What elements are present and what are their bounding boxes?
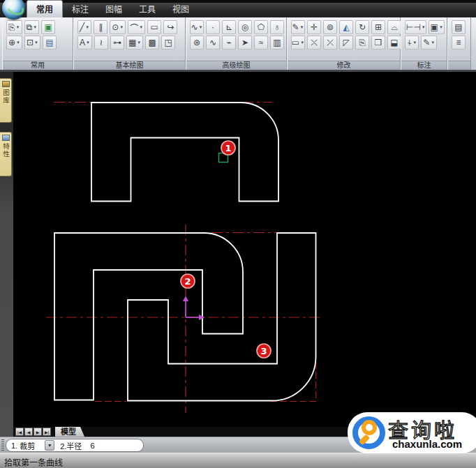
ribbon-group-label: 基本绘图 bbox=[74, 61, 185, 70]
insert-image-icon[interactable]: ⊡▼ bbox=[24, 36, 40, 50]
parallel-line-icon[interactable]: ∥ bbox=[94, 20, 107, 34]
last-sheet-button[interactable]: ▶| bbox=[43, 428, 51, 436]
step-badge-1: 1 bbox=[221, 141, 235, 155]
option2-radius-value[interactable]: 6 bbox=[90, 441, 94, 450]
lower-right-spiral-outline[interactable] bbox=[128, 233, 316, 401]
paste-icon[interactable]: ⎘▼ bbox=[6, 20, 22, 34]
dim-edit-icon[interactable]: ✎▼ bbox=[421, 36, 437, 50]
sheet-icon[interactable]: ▤ bbox=[452, 20, 466, 34]
ribbon-group-label: 常用 bbox=[3, 61, 73, 70]
copy-object-icon[interactable]: ⊚ bbox=[323, 20, 337, 34]
ribbon-tab-1[interactable]: 标注 bbox=[64, 1, 96, 17]
line-icon[interactable]: ╱▼ bbox=[77, 20, 91, 34]
sidebar-tab-properties[interactable]: 特性 bbox=[0, 132, 12, 176]
ribbon-tab-bar: 常用标注图幅工具视图 bbox=[0, 0, 476, 17]
model-tab[interactable]: 模型 bbox=[55, 427, 84, 437]
circle-icon[interactable]: ⊙▼ bbox=[110, 20, 126, 34]
ribbon: ⎘▼⧉▼▣⊕▼⊡▼▤常用╱▼∥⊙▼⌒▼▭↪A▼≀⊶▦▼▩◳基本绘图∿▼·⊾◎⬠♁… bbox=[0, 17, 476, 70]
ribbon-group: ▤≡ bbox=[447, 17, 471, 70]
point-icon[interactable]: · bbox=[206, 20, 220, 34]
revision-cloud-icon[interactable]: ⌓ bbox=[387, 20, 401, 34]
explode-icon[interactable]: ❒ bbox=[371, 36, 385, 50]
option1-trim-value[interactable]: 裁剪 bbox=[20, 440, 35, 451]
svg-text:2: 2 bbox=[184, 276, 191, 287]
sidebar-tab-library[interactable]: 图库 bbox=[0, 78, 12, 123]
rotate-icon[interactable]: ↻ bbox=[355, 20, 369, 34]
ribbon-tabs: 常用标注图幅工具视图 bbox=[27, 0, 197, 17]
zigzag-icon[interactable]: ⌁ bbox=[222, 36, 236, 50]
sidebar-tab-label: 图库 bbox=[1, 89, 10, 104]
angle-line-icon[interactable]: ⊾ bbox=[222, 20, 236, 34]
toolbar-grip[interactable] bbox=[1, 439, 4, 451]
ribbon-tab-3[interactable]: 工具 bbox=[131, 1, 163, 17]
ribbon-group-label: 修改 bbox=[288, 61, 400, 70]
ribbon-group: ∿▼·⊾◎⬠♁⊛∿⌁➤≈▥高级绘图 bbox=[186, 17, 287, 70]
left-sidebar: 图库特性 bbox=[0, 72, 13, 437]
arc-3pt-icon[interactable]: ⊛ bbox=[190, 36, 204, 50]
command-options-field: 1. 裁剪 ▼ 2.半径 6 bbox=[6, 439, 144, 452]
first-sheet-button[interactable]: |◀ bbox=[15, 428, 24, 436]
svg-text:1: 1 bbox=[225, 143, 231, 153]
rectangle-icon[interactable]: ▭ bbox=[147, 20, 161, 34]
spline-icon[interactable]: ≀ bbox=[94, 36, 108, 50]
prev-sheet-button[interactable]: ◀ bbox=[24, 428, 33, 436]
wave-line-icon[interactable]: ∿ bbox=[206, 36, 220, 50]
table-icon[interactable]: ▦▼ bbox=[126, 36, 143, 50]
hatch-icon[interactable]: ▩ bbox=[145, 36, 159, 50]
properties-icon bbox=[2, 135, 10, 141]
offset-icon[interactable]: ⎘ bbox=[355, 36, 369, 50]
fillet-icon[interactable]: ⬓ bbox=[387, 36, 401, 50]
trim-icon[interactable]: ⤬ bbox=[307, 36, 321, 50]
image-icon[interactable]: ▣▼ bbox=[429, 20, 445, 34]
freehand-icon[interactable]: ≈ bbox=[254, 36, 268, 50]
mirror-icon[interactable]: ◭ bbox=[339, 20, 353, 34]
option1-dropdown-button[interactable]: ▼ bbox=[45, 440, 54, 451]
lower-left-spiral-outline[interactable] bbox=[54, 233, 243, 400]
format-painter-icon[interactable]: ▣ bbox=[41, 20, 55, 34]
curve-icon[interactable]: ∿▼ bbox=[190, 20, 204, 34]
next-sheet-button[interactable]: ▶ bbox=[34, 428, 42, 436]
chamfer-icon[interactable]: ◸ bbox=[339, 36, 353, 50]
array-icon[interactable]: ⊞ bbox=[371, 20, 385, 34]
top-bracket-outline[interactable] bbox=[91, 103, 278, 202]
dimension-icon[interactable]: ⊢⊣▼ bbox=[405, 20, 426, 34]
status-prompt: 拾取第一条曲线 bbox=[4, 456, 63, 468]
ribbon-tab-0[interactable]: 常用 bbox=[27, 0, 63, 17]
extend-icon[interactable]: ⤫ bbox=[323, 36, 337, 50]
ribbon-tab-2[interactable]: 图幅 bbox=[98, 1, 130, 17]
app-logo-icon[interactable] bbox=[2, 0, 25, 20]
ribbon-group-label: 标注 bbox=[401, 61, 447, 70]
option2-radius-label: 2.半径 bbox=[60, 440, 82, 451]
drawing-canvas[interactable]: 123 bbox=[13, 72, 476, 427]
zoom-icon[interactable]: ⊕▼ bbox=[6, 36, 22, 50]
move-icon[interactable]: ✛ bbox=[307, 20, 321, 34]
option1-number: 1. bbox=[11, 441, 17, 450]
coordinate-dim-icon[interactable]: ⍭▼ bbox=[405, 36, 419, 50]
ribbon-tab-4[interactable]: 视图 bbox=[165, 1, 197, 17]
center-mark-icon[interactable]: ♁ bbox=[270, 20, 284, 34]
block-icon[interactable]: ◳ bbox=[161, 36, 175, 50]
display-icon[interactable]: ▤ bbox=[43, 36, 57, 50]
ucs-axis-marker bbox=[183, 296, 204, 320]
formula-curve-icon[interactable]: ⊶ bbox=[110, 36, 124, 50]
ribbon-group: ⊢⊣▼▣▼⍭▼✎▼标注 bbox=[401, 17, 447, 70]
ribbon-group: ⎘▼⧉▼▣⊕▼⊡▼▤常用 bbox=[2, 17, 73, 70]
polygon-icon[interactable]: ⬠ bbox=[254, 20, 268, 34]
cad-application-window: 常用标注图幅工具视图 ⎘▼⧉▼▣⊕▼⊡▼▤常用╱▼∥⊙▼⌒▼▭↪A▼≀⊶▦▼▩◳… bbox=[0, 0, 476, 468]
section-line-icon[interactable]: ▥ bbox=[270, 36, 284, 50]
stretch-icon[interactable]: ▭▼ bbox=[291, 36, 305, 50]
arrow-icon[interactable]: ➤ bbox=[238, 36, 252, 50]
erase-icon[interactable]: ✎▼ bbox=[291, 20, 305, 34]
copy-icon[interactable]: ⧉▼ bbox=[24, 20, 40, 34]
polyline-icon[interactable]: ↪ bbox=[163, 20, 177, 34]
ribbon-group-label: 高级绘图 bbox=[186, 61, 286, 70]
text-icon[interactable]: A▼ bbox=[77, 36, 92, 50]
watermark: 查询啦 chaxunla.com bbox=[348, 412, 476, 453]
arc-icon[interactable]: ⌒▼ bbox=[128, 20, 145, 34]
ribbon-group: ✎▼✛⊚◭↻⊞⌓▭▼⤬⤫◸⎘❒⬓修改 bbox=[287, 17, 401, 70]
layers-icon[interactable]: ≡ bbox=[452, 36, 466, 50]
watermark-magnifier-icon bbox=[362, 420, 377, 435]
sidebar-tab-label: 特性 bbox=[1, 143, 10, 158]
ellipse-icon[interactable]: ◎ bbox=[238, 20, 252, 34]
status-bar: 拾取第一条曲线 bbox=[0, 453, 476, 468]
